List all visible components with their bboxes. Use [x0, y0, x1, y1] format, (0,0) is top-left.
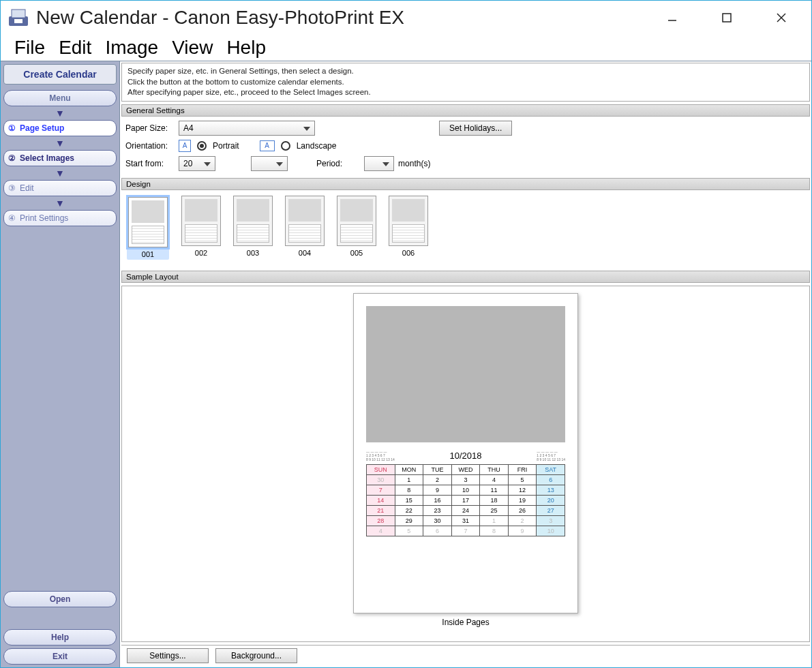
calendar-cell: 5: [508, 475, 537, 485]
menu-button[interactable]: Menu: [3, 90, 117, 106]
chevron-down-icon: [382, 159, 389, 168]
calendar-cell: 22: [395, 506, 423, 516]
period-select[interactable]: [364, 156, 394, 171]
calendar-cell: 26: [508, 506, 537, 516]
menu-edit[interactable]: Edit: [52, 37, 98, 59]
paper-size-select[interactable]: A4: [179, 121, 315, 136]
calendar-cell: 30: [423, 516, 452, 526]
calendar-cell: 16: [423, 496, 452, 506]
start-month-select[interactable]: [251, 156, 288, 171]
calendar-table: SUNMONTUEWEDTHUFRISAT3012345678910111213…: [366, 464, 565, 536]
close-button[interactable]: [754, 4, 809, 31]
sample-layout-area: — — — — —1 2 3 4 5 6 78 9 10 11 12 13 14…: [121, 286, 810, 642]
design-thumb-003[interactable]: 003: [233, 196, 273, 260]
calendar-cell: 8: [480, 526, 509, 536]
photo-placeholder: [366, 306, 565, 442]
sample-page: — — — — —1 2 3 4 5 6 78 9 10 11 12 13 14…: [353, 293, 578, 613]
portrait-label: Portrait: [213, 141, 239, 151]
prev-month-mini: — — — — —1 2 3 4 5 6 78 9 10 11 12 13 14: [366, 451, 395, 462]
minimize-button[interactable]: [645, 4, 700, 31]
sidebar: Create Calendar Menu ▼ ①Page Setup ▼ ②Se…: [1, 61, 120, 667]
settings-button[interactable]: Settings...: [127, 648, 209, 663]
chevron-down-icon: [204, 159, 211, 168]
weekday-header: FRI: [508, 465, 537, 475]
sample-caption: Inside Pages: [442, 618, 489, 627]
calendar-cell: 21: [367, 506, 395, 516]
svg-rect-2: [14, 19, 22, 23]
step-label: Page Setup: [20, 123, 64, 133]
design-thumb-004[interactable]: 004: [285, 196, 325, 260]
weekday-header: MON: [395, 465, 423, 475]
calendar-cell: 4: [480, 475, 509, 485]
step-label: Select Images: [20, 153, 74, 163]
exit-button[interactable]: Exit: [3, 648, 117, 665]
orientation-label: Orientation:: [125, 141, 175, 151]
step-label: Edit: [20, 183, 34, 193]
calendar-cell: 17: [451, 496, 480, 506]
step-page-setup[interactable]: ①Page Setup: [3, 120, 117, 136]
chevron-down-icon: [276, 159, 283, 168]
weekday-header: WED: [451, 465, 480, 475]
calendar-cell: 24: [451, 506, 480, 516]
calendar-cell: 6: [537, 475, 565, 485]
menu-image[interactable]: Image: [98, 37, 165, 59]
background-button[interactable]: Background...: [215, 648, 297, 663]
mode-label: Create Calendar: [3, 64, 117, 85]
design-label: 005: [337, 249, 376, 257]
menu-file[interactable]: File: [7, 37, 52, 59]
hint-line: Click the button at the bottom to custom…: [127, 77, 804, 88]
open-button[interactable]: Open: [3, 591, 117, 607]
design-thumb-005[interactable]: 005: [337, 196, 376, 260]
general-settings-heading: General Settings: [121, 104, 810, 117]
set-holidays-button[interactable]: Set Holidays...: [439, 121, 512, 136]
landscape-icon: A: [260, 140, 275, 151]
calendar-cell: 1: [480, 516, 509, 526]
step-label: Print Settings: [20, 213, 68, 223]
hint-box: Specify paper size, etc. in General Sett…: [121, 63, 810, 102]
chevron-down-icon: [303, 123, 310, 133]
design-heading: Design: [121, 178, 810, 190]
design-thumb-002[interactable]: 002: [181, 196, 221, 260]
calendar-cell: 29: [395, 516, 423, 526]
landscape-radio[interactable]: [281, 141, 290, 151]
design-label: 004: [285, 249, 325, 257]
design-list: 001002003004005006: [120, 192, 811, 269]
calendar-cell: 23: [423, 506, 452, 516]
app-icon: [7, 7, 29, 29]
menu-view[interactable]: View: [165, 37, 220, 59]
menu-help[interactable]: Help: [220, 37, 273, 59]
maximize-button[interactable]: [700, 4, 754, 31]
calendar-cell: 9: [508, 526, 537, 536]
start-year-select[interactable]: 20: [179, 156, 215, 171]
calendar-cell: 10: [451, 485, 480, 496]
step-select-images[interactable]: ②Select Images: [3, 150, 117, 166]
calendar-cell: 18: [480, 496, 509, 506]
calendar-cell: 9: [423, 485, 452, 496]
calendar-cell: 15: [395, 496, 423, 506]
design-thumb-001[interactable]: 001: [127, 196, 169, 260]
calendar-cell: 12: [508, 485, 537, 496]
hint-line: Specify paper size, etc. in General Sett…: [127, 66, 804, 77]
calendar-cell: 2: [508, 516, 537, 526]
arrow-down-icon: ▼: [3, 109, 117, 117]
calendar-cell: 3: [537, 516, 565, 526]
portrait-radio[interactable]: [197, 141, 207, 151]
calendar-cell: 13: [537, 485, 565, 496]
portrait-icon: A: [179, 140, 191, 152]
main-panel: Specify paper size, etc. in General Sett…: [120, 61, 811, 667]
paper-size-value: A4: [183, 123, 194, 133]
calendar-cell: 4: [367, 526, 395, 536]
period-unit: month(s): [398, 159, 430, 168]
calendar-cell: 28: [367, 516, 395, 526]
design-thumb-006[interactable]: 006: [389, 196, 428, 260]
bottom-bar: Settings... Background...: [121, 645, 810, 666]
step-print-settings[interactable]: ④Print Settings: [3, 210, 117, 226]
calendar-cell: 6: [423, 526, 452, 536]
help-button[interactable]: Help: [3, 629, 117, 646]
svg-rect-1: [12, 10, 25, 18]
step-edit[interactable]: ③Edit: [3, 180, 117, 196]
design-label: 002: [181, 249, 221, 257]
svg-rect-4: [723, 14, 731, 22]
calendar-cell: 2: [423, 475, 452, 485]
calendar-cell: 27: [537, 506, 565, 516]
